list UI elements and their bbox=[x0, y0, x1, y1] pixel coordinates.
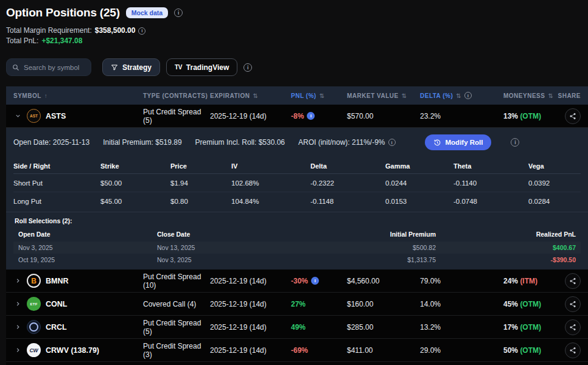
symbol-label: CRWV (138.79) bbox=[46, 346, 99, 355]
sort-asc-icon: ↑ bbox=[44, 92, 48, 99]
search-box[interactable] bbox=[6, 58, 91, 76]
greeks-row-short-put: Short Put $50.00 $1.94 102.68% -0.2322 0… bbox=[13, 174, 581, 192]
tradingview-button-label: TradingView bbox=[186, 63, 229, 72]
table-row[interactable]: CRCL Put Credit Spread (5) 2025-12-19 (1… bbox=[6, 316, 588, 339]
chevron-down-icon[interactable] bbox=[13, 113, 22, 119]
share-button[interactable] bbox=[565, 342, 581, 358]
market-value-cell: $411.00 bbox=[347, 346, 420, 355]
strategy-button[interactable]: Strategy bbox=[102, 58, 160, 76]
moneyness-cell: 45% (OTM) bbox=[503, 300, 557, 308]
delta-cell: 14.0% bbox=[420, 300, 503, 308]
table-row[interactable]: ETF ETHA (32.45) Put Credit Spread (8) 2… bbox=[6, 362, 588, 365]
type-cell: Put Credit Spread (10) bbox=[143, 273, 210, 290]
table-row[interactable]: B BMNR Put Credit Spread (10) 2025-12-19… bbox=[6, 269, 588, 293]
expiration-cell: 2025-12-19 (14d) bbox=[210, 112, 291, 120]
col-market-value[interactable]: MARKET VALUE ⇅ bbox=[347, 92, 420, 99]
tradingview-button[interactable]: TV TradingView bbox=[166, 58, 237, 76]
filter-icon bbox=[111, 64, 118, 71]
greeks-row-long-put: Long Put $45.00 $0.80 104.84% -0.1148 0.… bbox=[13, 192, 581, 210]
mock-data-badge: Mock data bbox=[126, 7, 168, 18]
aroi: AROI (init/now): 211%/-9% bbox=[298, 138, 396, 147]
modify-roll-label: Modify Roll bbox=[446, 139, 483, 146]
roll-row: Nov 3, 2025 Nov 13, 2025 $500.82 $400.67 bbox=[13, 242, 581, 254]
col-pnl[interactable]: PNL (%) ⇅ bbox=[291, 92, 347, 99]
asts-logo-icon: AST bbox=[27, 109, 41, 123]
market-value-cell: $4,560.00 bbox=[347, 277, 420, 285]
table-row[interactable]: AST ASTS Put Credit Spread (5) 2025-12-1… bbox=[6, 105, 588, 128]
type-cell: Put Credit Spread (3) bbox=[143, 342, 210, 359]
col-moneyness[interactable]: MONEYNESS ⇅ bbox=[503, 92, 557, 99]
share-button[interactable] bbox=[565, 273, 581, 289]
chevron-right-icon[interactable] bbox=[13, 324, 22, 330]
symbol-label: CRCL bbox=[46, 323, 67, 332]
pnl-info-icon[interactable] bbox=[307, 112, 315, 120]
coreweave-logo-icon: CW bbox=[27, 343, 41, 357]
table-row[interactable]: ETF CONL Covered Call (4) 2025-12-19 (14… bbox=[6, 293, 588, 316]
tradingview-info-icon[interactable] bbox=[243, 63, 252, 72]
premium-incl-roll: Premium Incl. Roll: $530.06 bbox=[195, 138, 285, 147]
moneyness-cell: 24% (ITM) bbox=[503, 277, 557, 285]
type-cell: Put Credit Spread (5) bbox=[143, 319, 210, 336]
total-margin-value: $358,500.00 bbox=[95, 26, 136, 36]
pnl-cell: 27% bbox=[291, 300, 347, 308]
search-icon bbox=[12, 64, 19, 71]
delta-cell: 23.2% bbox=[420, 112, 503, 120]
chevron-right-icon[interactable] bbox=[13, 277, 22, 284]
market-value-cell: $570.00 bbox=[347, 112, 420, 120]
total-margin-label: Total Margin Requirement: bbox=[6, 26, 92, 36]
rolls-header-row: Open Date Close Date Initial Premium Rea… bbox=[13, 227, 581, 242]
tradingview-icon: TV bbox=[175, 64, 182, 71]
circle-logo-icon bbox=[27, 320, 41, 334]
etf-icon: ETF bbox=[27, 297, 41, 311]
sort-icon: ⇅ bbox=[320, 92, 325, 99]
type-cell: Covered Call (4) bbox=[143, 300, 210, 308]
total-margin-row: Total Margin Requirement: $358,500.00 bbox=[6, 26, 582, 36]
sort-icon: ⇅ bbox=[456, 92, 461, 99]
search-input[interactable] bbox=[24, 64, 85, 71]
aroi-info-icon[interactable] bbox=[388, 139, 396, 146]
type-cell: Put Credit Spread (5) bbox=[143, 108, 210, 125]
market-value-cell: $160.00 bbox=[347, 300, 420, 308]
delta-cell: 79.0% bbox=[420, 277, 503, 285]
chevron-right-icon[interactable] bbox=[13, 347, 22, 353]
title-info-icon[interactable] bbox=[174, 9, 183, 17]
delta-info-icon[interactable] bbox=[464, 92, 472, 99]
modify-roll-button[interactable]: Modify Roll bbox=[425, 134, 492, 150]
roll-selections-title: Roll Selections (2): bbox=[13, 217, 581, 224]
pnl-info-icon[interactable] bbox=[311, 277, 319, 285]
col-delta[interactable]: DELTA (%) ⇅ bbox=[420, 92, 503, 99]
toolbar: Strategy TV TradingView bbox=[0, 46, 588, 76]
delta-cell: 13.2% bbox=[420, 323, 503, 332]
total-pnl-row: Total PnL: +$21,347.08 bbox=[6, 36, 582, 46]
history-icon bbox=[433, 139, 441, 147]
share-button[interactable] bbox=[565, 319, 581, 335]
share-button[interactable] bbox=[565, 296, 581, 312]
symbol-label: ASTS bbox=[46, 112, 66, 120]
expanded-position-panel: Open Date: 2025-11-13 Initial Premium: $… bbox=[6, 128, 588, 269]
roll-info-icon[interactable] bbox=[511, 138, 519, 147]
col-symbol[interactable]: SYMBOL ↑ bbox=[13, 92, 143, 99]
expiration-cell: 2025-12-19 (14d) bbox=[210, 277, 291, 285]
col-expiration[interactable]: EXPIRATION ⇅ bbox=[210, 92, 291, 99]
bitcoin-icon: B bbox=[27, 274, 41, 288]
sort-icon: ⇅ bbox=[253, 92, 258, 99]
pnl-cell: -30% bbox=[291, 277, 347, 285]
pnl-cell: 49% bbox=[291, 323, 347, 332]
greeks-header-row: Side / Right Strike Price IV Delta Gamma… bbox=[13, 158, 581, 174]
market-value-cell: $285.00 bbox=[347, 323, 420, 332]
table-row[interactable]: CW CRWV (138.79) Put Credit Spread (3) 2… bbox=[6, 339, 588, 362]
margin-info-icon[interactable] bbox=[138, 27, 145, 35]
col-share: SHARE bbox=[557, 92, 581, 99]
initial-premium: Initial Premium: $519.89 bbox=[103, 138, 181, 147]
sort-icon: ⇅ bbox=[402, 92, 407, 99]
roll-row: Oct 19, 2025 Nov 3, 2025 $1,313.75 -$390… bbox=[13, 254, 581, 266]
expiration-cell: 2025-12-19 (14d) bbox=[210, 300, 291, 308]
share-button[interactable] bbox=[565, 108, 581, 124]
total-pnl-value: +$21,347.08 bbox=[41, 36, 82, 46]
chevron-right-icon[interactable] bbox=[13, 301, 22, 307]
moneyness-cell: 17% (OTM) bbox=[503, 323, 557, 332]
positions-table: SYMBOL ↑ TYPE (CONTRACTS) EXPIRATION ⇅ P… bbox=[6, 86, 588, 365]
col-type: TYPE (CONTRACTS) bbox=[143, 92, 210, 99]
expiration-cell: 2025-12-19 (14d) bbox=[210, 323, 291, 332]
total-pnl-label: Total PnL: bbox=[6, 36, 38, 46]
